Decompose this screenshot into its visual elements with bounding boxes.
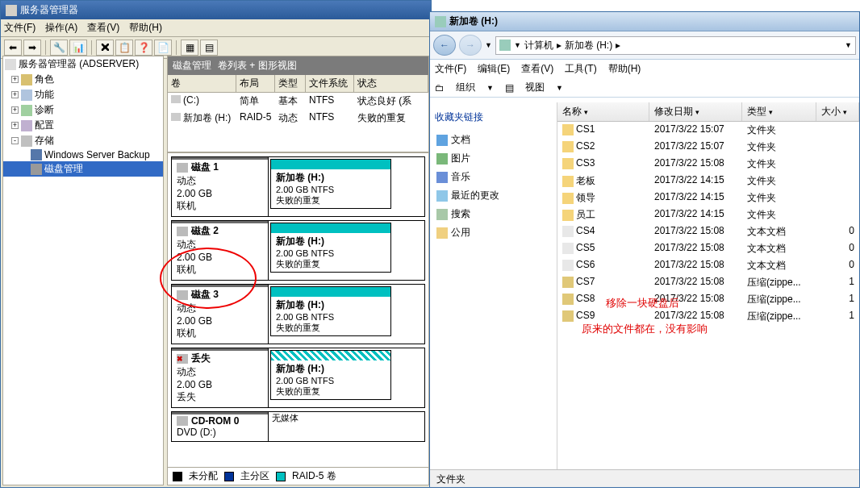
disk-icon [177,354,188,364]
menu-action[interactable]: 操作(A) [45,21,77,35]
file-row[interactable]: CS72017/3/22 15:08压缩(zippe...1 [557,274,859,291]
menu-help[interactable]: 帮助(H) [129,21,162,35]
history-dropdown[interactable]: ▼ [485,41,492,49]
disk-block[interactable]: 磁盘 1动态2.00 GB联机新加卷 (H:)2.00 GB NTFS失败的重复 [171,156,425,217]
col-type[interactable]: 类型 ▾ [742,102,816,121]
explorer-titlebar[interactable]: 新加卷 (H:) [430,12,859,31]
back-button[interactable]: ← [433,35,456,56]
col-dd[interactable]: ▾ [843,108,847,116]
toolbar-button[interactable]: 🗙 [96,40,114,56]
recent-icon [436,190,448,202]
tree-features[interactable]: +功能 [3,87,163,102]
volume-row[interactable]: 新加卷 (H:)RAID-5动态NTFS失败的重复 [168,110,428,127]
menu-edit[interactable]: 编辑(E) [478,62,510,76]
collapse-icon[interactable]: - [11,137,19,144]
tree-roles[interactable]: +角色 [3,72,163,87]
menu-view[interactable]: 查看(V) [87,21,119,35]
toolbar-button[interactable]: 📊 [69,40,87,56]
organize-dd[interactable]: ▼ [486,84,494,92]
col-name[interactable]: 名称 ▾ [557,102,649,121]
expand-icon[interactable]: + [11,91,19,98]
breadcrumb-computer[interactable]: 计算机 [524,39,553,52]
address-dropdown[interactable]: ▼ [514,41,521,49]
col-status[interactable]: 状态 [354,75,428,92]
fav-public[interactable]: 公用 [433,223,553,242]
forward-button[interactable]: → [459,35,482,56]
menu-file[interactable]: 文件(F) [4,21,35,35]
file-list-pane: 名称 ▾ 修改日期 ▾ 类型 ▾ 大小 ▾ CS12017/3/22 15:07… [557,102,859,469]
expand-icon[interactable]: + [11,106,19,114]
server-manager-titlebar[interactable]: 服务器管理器 [1,1,431,19]
menu-file[interactable]: 文件(F) [435,62,466,76]
fav-pics[interactable]: 图片 [433,149,553,168]
server-icon [5,59,16,70]
breadcrumb-volume[interactable]: 新加卷 (H:) [565,39,612,52]
fav-music[interactable]: 音乐 [433,168,553,186]
address-bar[interactable]: ▼ 计算机 ▸ 新加卷 (H:) ▸ ▼ [495,36,856,55]
menu-view[interactable]: 查看(V) [521,62,553,76]
col-date[interactable]: 修改日期 ▾ [649,102,742,121]
fav-docs[interactable]: 文档 [433,131,553,149]
file-row[interactable]: 老板2017/3/22 14:15文件夹 [557,173,859,190]
address-dropdown[interactable]: ▼ [845,41,852,49]
file-list-body: CS12017/3/22 15:07文件夹CS22017/3/22 15:07文… [557,122,859,325]
organize-button[interactable]: 组织 [456,81,475,94]
separator [176,40,177,55]
col-dd[interactable]: ▾ [584,108,588,116]
views-button[interactable]: 视图 [525,81,545,94]
toolbar-button[interactable]: ▦ [181,40,198,56]
tree-storage[interactable]: -存储 [3,133,163,148]
search-icon [436,209,448,220]
file-row[interactable]: CS12017/3/22 15:07文件夹 [557,122,859,139]
col-dd[interactable]: ▾ [695,108,699,116]
col-volume[interactable]: 卷 [168,75,236,92]
fav-search[interactable]: 搜索 [433,205,553,223]
disk-block[interactable]: 丢失动态2.00 GB丢失新加卷 (H:)2.00 GB NTFS失败的重复 [171,348,425,408]
toolbar-button[interactable]: 🔧 [50,40,68,56]
volume-row[interactable]: (C:)简单基本NTFS状态良好 (系 [168,93,428,110]
file-row[interactable]: CS32017/3/22 15:08文件夹 [557,156,859,173]
toolbar-button[interactable]: ❓ [135,40,152,56]
dm-title: 磁盘管理 [173,59,211,73]
file-row[interactable]: CS42017/3/22 15:08文本文档0 [557,223,859,240]
views-dd[interactable]: ▼ [556,84,563,92]
file-row[interactable]: 领导2017/3/22 14:15文件夹 [557,190,859,206]
annotation-text-2: 原来的文件都在，没有影响 [582,322,708,336]
back-button[interactable]: ⬅ [4,40,22,56]
legend-raid5-swatch [276,472,286,481]
col-size[interactable]: 大小 ▾ [816,102,859,121]
toolbar-button[interactable]: ▤ [200,40,218,56]
file-row[interactable]: 员工2017/3/22 14:15文件夹 [557,206,859,223]
col-fs[interactable]: 文件系统 [306,75,354,92]
col-dd[interactable]: ▾ [769,108,773,116]
file-row[interactable]: CS52017/3/22 15:08文本文档0 [557,240,859,257]
expand-icon[interactable]: + [11,76,19,83]
file-icon [562,176,574,187]
separator [45,40,46,55]
disk-management-pane: 磁盘管理 卷列表 + 图形视图 卷 布局 类型 文件系统 状态 (C:)简单基本… [167,56,429,485]
views-button-icon: ▤ [505,82,514,94]
expand-icon[interactable]: + [11,122,19,129]
toolbar-button[interactable]: 📋 [115,40,133,56]
tree-backup[interactable]: Windows Server Backup [3,148,163,161]
fav-recent[interactable]: 最近的更改 [433,186,553,205]
file-row[interactable]: CS22017/3/22 15:07文件夹 [557,139,859,156]
file-icon [562,193,574,204]
file-icon [562,158,574,169]
cdrom-block[interactable]: CD-ROM 0DVD (D:)无媒体 [171,411,425,442]
disk-block[interactable]: 磁盘 3动态2.00 GB联机新加卷 (H:)2.00 GB NTFS失败的重复 [171,284,425,344]
col-layout[interactable]: 布局 [236,75,275,92]
tree-diag[interactable]: +诊断 [3,102,163,118]
col-type[interactable]: 类型 [275,75,306,92]
tree-root[interactable]: 服务器管理器 (ADSERVER) [3,56,163,72]
toolbar-button[interactable]: 📄 [154,40,172,56]
menu-help[interactable]: 帮助(H) [608,62,641,76]
file-row[interactable]: CS82017/3/22 15:08压缩(zippe...1 [557,291,859,308]
disk-block[interactable]: 磁盘 2动态2.00 GB联机新加卷 (H:)2.00 GB NTFS失败的重复 [171,220,425,281]
tree-diskmgmt[interactable]: 磁盘管理 [3,161,163,177]
file-row[interactable]: CS62017/3/22 15:08文本文档0 [557,257,859,274]
menu-tools[interactable]: 工具(T) [565,62,596,76]
forward-button[interactable]: ➡ [23,40,41,56]
tree-config[interactable]: +配置 [3,118,163,133]
favorites-title: 收藏夹链接 [433,107,553,131]
